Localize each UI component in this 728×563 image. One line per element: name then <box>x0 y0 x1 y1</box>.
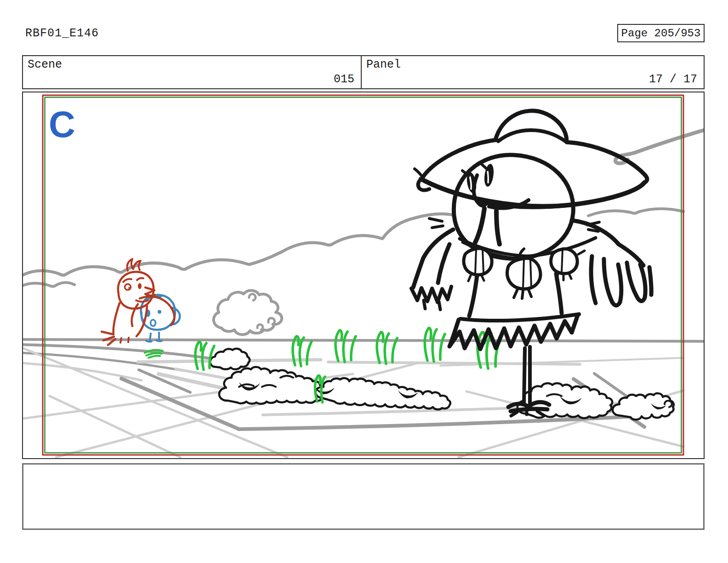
bird-red-sketch <box>102 259 174 345</box>
horizon-line <box>23 339 704 341</box>
notes-box <box>22 463 705 530</box>
scarecrow-sketch <box>411 111 651 416</box>
storyboard-sketch: C <box>23 92 704 458</box>
scene-label: Scene <box>28 58 62 71</box>
page-number-label: Page 205/953 <box>621 27 701 40</box>
panel-label: Panel <box>366 58 401 71</box>
cloud-line-sketch <box>23 130 704 287</box>
storyboard-panel: C <box>22 92 705 459</box>
panel-value: 17 / 17 <box>649 73 697 86</box>
panel-cell: Panel 17 / 17 <box>362 56 704 88</box>
bush-cloud-sketch <box>214 290 282 334</box>
scene-value: 015 <box>334 73 354 86</box>
info-table: Scene 015 Panel 17 / 17 <box>22 55 705 89</box>
scene-cell: Scene 015 <box>23 56 362 88</box>
board-id-text: RBF01_E146 <box>25 27 99 40</box>
page-number-box: Page 205/953 <box>617 24 705 42</box>
camera-label: C <box>49 104 75 145</box>
